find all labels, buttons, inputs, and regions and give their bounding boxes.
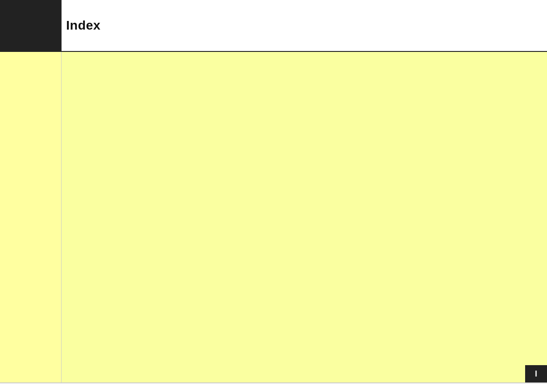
header-title-block: Index: [62, 0, 547, 51]
footer: [0, 383, 547, 392]
header: Index: [0, 0, 547, 52]
page-wrapper: Index I: [0, 0, 547, 392]
main-area: I: [0, 52, 547, 383]
sidebar: [0, 52, 62, 382]
index-badge-letter: I: [535, 369, 537, 379]
index-badge: I: [525, 365, 547, 382]
content-area: I: [62, 52, 547, 382]
logo-block: [0, 0, 62, 51]
page-title: Index: [66, 18, 101, 33]
